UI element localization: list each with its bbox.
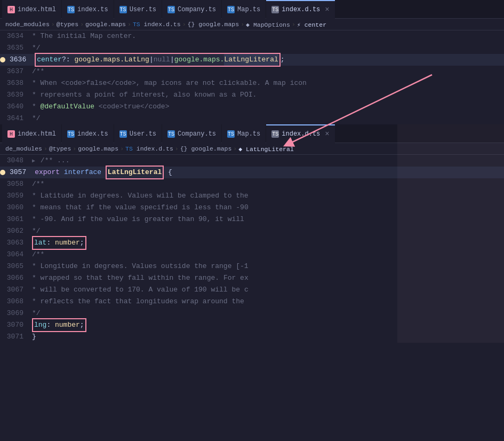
tab-index-ts[interactable]: TS index.ts (62, 0, 114, 19)
code-line-3641: 3641 */ (0, 113, 504, 124)
bc2-latlngliteral: ◆ LatLngLiteral (238, 145, 294, 153)
code-line-3634: 3634 * The initial Map center. (0, 30, 504, 42)
line-content-3636: center?: google.maps.LatLng|null|google.… (30, 53, 504, 67)
tab-index-ts-2[interactable]: TS index.ts (62, 124, 114, 143)
lng-prop-box: lng: number; (32, 318, 86, 332)
code-line-3058: 3058 /** (0, 178, 504, 190)
top-breadcrumb: node_modules › @types › google.maps › TS… (0, 19, 504, 30)
tab-label: Map.ts (237, 6, 260, 13)
close-tab-button-2[interactable]: × (325, 130, 329, 138)
code-line-3062: 3062 */ (0, 225, 504, 237)
ts-icon-5: TS (227, 130, 235, 138)
bc-node-modules: node_modules (5, 21, 50, 28)
tab-index-dts[interactable]: TS index.d.ts × (266, 0, 334, 19)
line-content-3065: * Longitude in degrees. Values outside t… (28, 261, 504, 272)
bottom-breadcrumb: de_modules › @types › google.maps › TS i… (0, 143, 504, 155)
tab-company-ts[interactable]: TS Company.ts (162, 0, 221, 19)
bc2-de-modules: de_modules (5, 145, 42, 152)
yellow-dot-icon (0, 57, 5, 62)
bc2-google-maps: google.maps (78, 145, 118, 152)
bc-mapoptions: ◆ MapOptions (246, 21, 290, 28)
dts-icon: TS (271, 6, 279, 13)
code-line-3065: 3065 * Longitude in degrees. Values outs… (0, 261, 504, 272)
line-num-3070: 3070 (0, 319, 28, 331)
tab-label: Company.ts (178, 6, 216, 13)
code-line-3067: 3067 * will be converted to 170. A value… (0, 284, 504, 296)
tab-map-ts[interactable]: TS Map.ts (222, 0, 266, 19)
line-content-3641: */ (28, 113, 504, 124)
tab-index-dts-2[interactable]: TS index.d.ts × (266, 124, 334, 143)
code-line-3639: 3639 * represents a point of interest, a… (0, 89, 504, 101)
ts-icon-3: TS (119, 130, 127, 138)
line-content-3634: * The initial Map center. (28, 30, 504, 42)
line-content-3063: lat: number; (28, 236, 504, 250)
code-line-3071: 3071 } (0, 331, 504, 343)
line-num-3064: 3064 (0, 249, 28, 261)
tab-user-ts[interactable]: TS User.ts (114, 0, 162, 19)
line-content-3071: } (28, 331, 504, 343)
code-line-3638: 3638 * When <code>false</code>, map icon… (0, 77, 504, 89)
top-code-area: 3634 * The initial Map center. 3635 */ 3… (0, 30, 504, 124)
tab-label-2: Company.ts (178, 130, 216, 138)
line-content-3635: */ (28, 42, 504, 54)
line-content-3068: * reflects the fact that longitudes wrap… (28, 296, 504, 308)
line-num-3071: 3071 (0, 331, 28, 343)
line-num-3063: 3063 (0, 237, 28, 249)
latlngliteral-highlight: LatLngLiteral (224, 54, 278, 66)
center-declaration-box: center?: google.maps.LatLng|null|google.… (35, 53, 281, 67)
tab-label-2: Map.ts (237, 130, 260, 138)
line-content-3062: */ (28, 225, 504, 237)
line-content-3061: * -90. And if the value is greater than … (28, 214, 504, 225)
tab-label: User.ts (130, 6, 156, 13)
tab-company-ts-2[interactable]: TS Company.ts (162, 124, 221, 143)
line-num-3635: 3635 (0, 42, 28, 54)
tab-index-html[interactable]: H index.html (2, 0, 61, 19)
line-content-3638: * When <code>false</code>, map icons are… (28, 77, 504, 89)
bc-types: @types (57, 21, 78, 28)
code-line-3636: 3636 center?: google.maps.LatLng|null|go… (0, 54, 504, 66)
code-line-3640: 3640 * @defaultValue <code>true</code> (0, 101, 504, 113)
bottom-tab-bar: H index.html TS index.ts TS User.ts TS C… (0, 124, 504, 143)
close-tab-button[interactable]: × (325, 5, 329, 14)
line-num-3636: 3636 (0, 54, 30, 66)
bc2-index-dts: TS index.d.ts (125, 145, 173, 152)
tab-index-html-2[interactable]: H index.html (2, 124, 61, 143)
bottom-pane: H index.html TS index.ts TS User.ts TS C… (0, 124, 504, 343)
line-num-3065: 3065 (0, 261, 28, 272)
tab-label-2: index.html (18, 130, 56, 138)
line-num-3637: 3637 (0, 66, 28, 77)
line-content-3639: * represents a point of interest, also k… (28, 89, 504, 101)
line-num-3068: 3068 (0, 296, 28, 308)
code-line-3637: 3637 /** (0, 66, 504, 77)
code-line-3064: 3064 /** (0, 249, 504, 261)
tab-map-ts-2[interactable]: TS Map.ts (222, 124, 266, 143)
code-line-3068: 3068 * reflects the fact that longitudes… (0, 296, 504, 308)
tab-user-ts-2[interactable]: TS User.ts (114, 124, 162, 143)
code-line-3061: 3061 * -90. And if the value is greater … (0, 214, 504, 225)
line-content-3064: /** (28, 249, 504, 261)
ts-icon-2: TS (67, 130, 75, 138)
line-content-3640: * @defaultValue <code>true</code> (28, 101, 504, 113)
tab-label: index.d.ts (282, 6, 320, 13)
bottom-code-area: 3048 ▶ /** ... 3057 export interface Lat… (0, 155, 504, 343)
ts-icon: TS (67, 6, 75, 13)
bc2-google-maps-2: {} google.maps (180, 145, 232, 152)
html-icon-2: H (7, 130, 15, 138)
line-num-3639: 3639 (0, 89, 28, 101)
code-line-3635: 3635 */ (0, 42, 504, 54)
line-content-3059: * Latitude in degrees. Values will be cl… (28, 190, 504, 202)
code-line-3060: 3060 * means that if the value specified… (0, 202, 504, 214)
line-num-3641: 3641 (0, 113, 28, 124)
bc-google-maps-2: {} google.maps (188, 21, 239, 28)
line-num-3069: 3069 (0, 308, 28, 319)
tab-label-2: index.d.ts (282, 130, 320, 138)
line-num-3061: 3061 (0, 214, 28, 225)
code-line-3057: 3057 export interface LatLngLiteral { (0, 167, 504, 178)
ts-icon: TS (227, 6, 235, 13)
bc-google-maps: google.maps (85, 21, 126, 28)
line-num-3048: 3048 (0, 155, 28, 167)
top-tab-bar: H index.html TS index.ts TS User.ts TS C… (0, 0, 504, 19)
line-content-3057: export interface LatLngLiteral { (30, 166, 504, 179)
code-line-3059: 3059 * Latitude in degrees. Values will … (0, 190, 504, 202)
line-content-3060: * means that if the value specified is l… (28, 202, 504, 214)
